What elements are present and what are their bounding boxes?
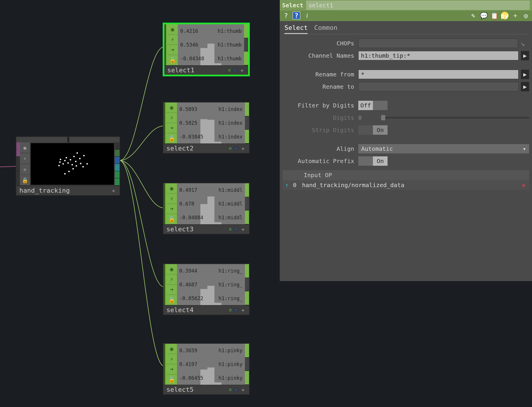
operator-name-input[interactable]	[306, 1, 530, 10]
node-flags[interactable]: ◉⚡➜🔒	[166, 183, 177, 224]
expr-menu-button[interactable]: ▶	[521, 82, 529, 91]
operator-type-label: Select	[282, 2, 303, 9]
node-name-label: select5	[166, 386, 194, 393]
chan-label: h1:pinky	[219, 348, 243, 353]
lock-flag-icon[interactable]: 🔒	[166, 295, 177, 305]
add-icon[interactable]: ＋	[511, 12, 519, 19]
chan-value: -0.04348	[180, 56, 204, 61]
node-viewer[interactable]: 0.4216h1:thumb 0.5346h1:thumb -0.04348h1…	[178, 24, 244, 65]
edit-icon[interactable]: ✎	[469, 12, 477, 19]
rename-to-input[interactable]	[358, 82, 519, 91]
lock-flag-icon[interactable]: 🔒	[167, 55, 178, 65]
chan-value: 0.5825	[179, 120, 197, 126]
bypass-flag-icon[interactable]: ⚡	[20, 153, 30, 164]
export-flag-icon[interactable]: ➜	[166, 285, 177, 295]
add-flag-icon[interactable]: ✦	[110, 187, 117, 194]
chan-label: h1:thumb	[218, 42, 242, 48]
view-flag-icon[interactable]: ◉	[167, 24, 178, 35]
chan-value: 0.4687	[179, 282, 197, 288]
node-viewer[interactable]: 0.4917h1:middl 0.678h1:middl -0.04884h1:…	[177, 183, 245, 224]
node-viewer[interactable]: 0.3659h1:pinky 0.4197h1:pinky -0.06455h1…	[177, 344, 245, 385]
add-flag-icon[interactable]: ✦	[240, 225, 246, 233]
chan-label: h1:index	[219, 134, 243, 140]
automatic-prefix-toggle[interactable]: On	[358, 156, 388, 166]
info-icon[interactable]: i	[303, 12, 311, 19]
close-flag-icon[interactable]: ✕	[20, 164, 30, 175]
node-name-label: select1	[167, 66, 195, 74]
view-flag-icon[interactable]: ◉	[166, 183, 177, 194]
expr-menu-button[interactable]: ▶	[521, 70, 529, 79]
chan-value: 0.5893	[179, 106, 197, 112]
chops-input[interactable]	[358, 39, 518, 48]
chan-label: h1:ring_	[219, 268, 243, 274]
node-hand-tracking[interactable]: ◉ ⚡ ✕ 🔒	[16, 136, 120, 196]
expr-menu-button[interactable]: ▶	[521, 51, 529, 60]
node-select4[interactable]: ◉⚡➜🔒 0.3944h1:ring_ 0.4687h1:ring_ -0.05…	[163, 264, 250, 315]
tab-common[interactable]: Common	[314, 24, 337, 34]
chan-label: h1:index	[219, 120, 243, 126]
tab-select[interactable]: Select	[284, 24, 308, 34]
node-name-label: hand_tracking	[19, 187, 70, 194]
node-flags[interactable]: ◉ ⚡ ➜ 🔒	[167, 24, 178, 65]
channel-names-input[interactable]	[358, 51, 519, 60]
chan-label: h1:pinky	[219, 361, 243, 367]
remove-input-icon[interactable]: ✕	[518, 182, 529, 189]
rename-from-input[interactable]	[358, 70, 519, 79]
view-flag-icon[interactable]: ◉	[20, 142, 30, 153]
export-flag-icon[interactable]: ➜	[166, 123, 177, 133]
bypass-flag-icon[interactable]: ⚡	[166, 194, 177, 204]
lock-flag-icon[interactable]: 🔒	[166, 374, 177, 385]
node-name-label: select2	[166, 145, 194, 152]
node-viewer[interactable]: 0.3944h1:ring_ 0.4687h1:ring_ -0.05622h1…	[177, 264, 245, 305]
node-select5[interactable]: ◉⚡➜🔒 0.3659h1:pinky 0.4197h1:pinky -0.06…	[163, 343, 250, 395]
lock-flag-icon[interactable]: 🔒	[166, 133, 177, 143]
view-flag-icon[interactable]: ◉	[166, 264, 177, 274]
param-label: Channel Names	[283, 52, 356, 59]
comment-icon[interactable]: 💬	[480, 12, 487, 19]
export-flag-icon[interactable]: ➜	[166, 364, 177, 374]
node-viewer[interactable]	[30, 142, 115, 186]
node-flags[interactable]: ◉⚡➜🔒	[166, 102, 177, 143]
view-flag-icon[interactable]: ◉	[166, 344, 177, 354]
chan-value: -0.04884	[179, 215, 203, 220]
add-flag-icon[interactable]: ✦	[239, 66, 245, 74]
bypass-flag-icon[interactable]: ⚡	[166, 274, 177, 285]
chan-label: h1:thumb	[218, 28, 242, 34]
export-flag-icon[interactable]: ➜	[166, 204, 177, 214]
digits-value: 0	[358, 114, 376, 121]
chop-ref-arrow-icon[interactable]: ↘	[520, 40, 529, 47]
add-flag-icon[interactable]: ✦	[240, 145, 246, 152]
node-flags[interactable]: ◉⚡➜🔒	[166, 264, 177, 305]
input-op-row[interactable]: ↑ 0 hand_tracking/normalized_data ✕	[283, 180, 529, 190]
view-flag-icon[interactable]: ◉	[166, 102, 177, 113]
clipboard-icon[interactable]: 📋	[490, 12, 498, 19]
chan-label: h1:ring_	[219, 282, 243, 288]
chan-label: h1:pinky	[219, 375, 243, 381]
parameter-header: Select	[280, 0, 532, 11]
input-arrow-icon: ↑	[283, 182, 291, 189]
lock-flag-icon[interactable]: 🔒	[20, 175, 30, 186]
parameter-toolbar: ? ? i ✎ 💬 📋 py ＋ ◎	[280, 11, 532, 21]
node-flags[interactable]: ◉⚡➜🔒	[166, 344, 177, 385]
lock-flag-icon[interactable]: 🔒	[166, 214, 177, 224]
bypass-flag-icon[interactable]: ⚡	[166, 113, 177, 123]
bypass-flag-icon[interactable]: ⚡	[166, 354, 177, 364]
node-flags[interactable]: ◉ ⚡ ✕ 🔒	[20, 142, 30, 186]
node-select3[interactable]: ◉⚡➜🔒 0.4917h1:middl 0.678h1:middl -0.048…	[163, 183, 250, 234]
help-python-icon[interactable]: ?	[293, 12, 300, 19]
node-viewer[interactable]: 0.5893h1:index 0.5825h1:index -0.03845h1…	[177, 102, 245, 143]
export-flag-icon[interactable]: ➜	[167, 45, 178, 55]
add-flag-icon[interactable]: ✦	[240, 306, 246, 314]
add-flag-icon[interactable]: ✦	[240, 386, 246, 393]
node-select2[interactable]: ◉⚡➜🔒 0.5893h1:index 0.5825h1:index -0.03…	[163, 102, 250, 153]
chan-label: h1:middl	[219, 215, 243, 220]
chan-value: -0.03845	[179, 134, 203, 140]
python-icon[interactable]: py	[501, 12, 509, 19]
bypass-flag-icon[interactable]: ⚡	[167, 35, 178, 45]
help-icon[interactable]: ?	[282, 12, 290, 19]
filter-by-digits-toggle[interactable]: Off	[358, 101, 388, 110]
align-dropdown[interactable]: Automatic ▾	[358, 144, 529, 153]
node-select1[interactable]: ◉ ⚡ ➜ 🔒 0.4216h1:thumb 0.5346h1:thumb -0…	[163, 23, 250, 76]
chan-value: -0.06455	[179, 375, 203, 381]
target-icon[interactable]: ◎	[522, 12, 530, 19]
